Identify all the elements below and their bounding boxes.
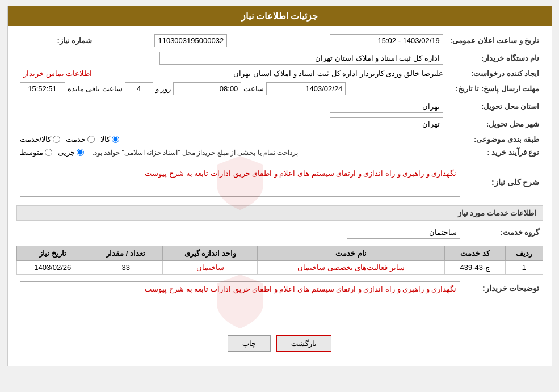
remaining-time-label: ساعت باقی مانده	[68, 85, 123, 93]
cell-name: سایر فعالیت‌های تخصصی ساختمان	[258, 261, 444, 275]
table-row: 1 ج-43-439 سایر فعالیت‌های تخصصی ساختمان…	[16, 261, 543, 275]
deadline-inline: 15:52:51 ساعت باقی مانده 4 روز و 08:00 س…	[20, 82, 443, 95]
buyer-org-label: نام دستگاه خریدار:	[447, 49, 543, 67]
purchase-type-note: پرداخت تمام یا بخشی از مبلغ خریداز محل "…	[93, 149, 299, 157]
buyer-desc-table: توضیحات خریدار:	[16, 279, 543, 322]
buyer-desc-container	[20, 281, 460, 320]
category-khidmat: خدمت	[66, 135, 95, 144]
services-table: ردیف کد خدمت نام خدمت واحد اندازه گیری ت…	[16, 246, 543, 275]
cell-quantity: 33	[89, 261, 163, 275]
cell-code: ج-43-439	[444, 261, 506, 275]
announce-date-label: تاریخ و ساعت اعلان عمومی:	[447, 32, 543, 49]
cell-date: 1403/02/26	[16, 261, 89, 275]
general-desc-section: شرح کلی نیاز:	[16, 163, 543, 201]
contact-link-cell: اطلاعات تماس خریدار	[16, 67, 96, 80]
service-group-input: ساختمان	[347, 226, 460, 239]
radio-khidmat[interactable]	[87, 136, 95, 143]
row-creator: ایجاد کننده درخواست: علیرضا خالق وردی کا…	[16, 67, 543, 80]
buyer-desc-label: توضیحات خریدار:	[464, 279, 543, 322]
content-area: تاریخ و ساعت اعلان عمومی: 1403/02/19 - 1…	[8, 26, 552, 366]
category-radio-group: کالا/خدمت خدمت کالا	[20, 135, 443, 144]
row-category: طبقه بندی موضوعی: کالا/خدمت خدمت کالا	[16, 133, 543, 146]
purchase-type-jozi: جزیی	[58, 148, 84, 157]
col-quantity: تعداد / مقدار	[89, 246, 163, 261]
general-desc-value-cell	[16, 163, 464, 201]
service-group-label: گروه خدمت:	[464, 224, 543, 241]
col-name: نام خدمت	[258, 246, 444, 261]
radio-mutavasit[interactable]	[45, 149, 52, 156]
row-city: شهر محل تحویل: تهران	[16, 115, 543, 133]
province-value: تهران	[16, 98, 447, 115]
deadline-date-input: 1403/02/24	[266, 82, 346, 95]
need-number-label: شماره نیاز:	[16, 32, 96, 49]
purchase-type-content: متوسط جزیی پرداخت تمام یا بخشی از مبلغ خ…	[16, 146, 447, 159]
purchase-type-label: نوع فرآیند خرید :	[447, 146, 543, 159]
services-table-head: ردیف کد خدمت نام خدمت واحد اندازه گیری ت…	[16, 246, 543, 261]
purchase-type-mutavasit: متوسط	[20, 148, 52, 157]
purchase-type-radio-group: متوسط جزیی	[20, 148, 84, 157]
row-need-number: تاریخ و ساعت اعلان عمومی: 1403/02/19 - 1…	[16, 32, 543, 49]
deadline-time-input: 08:00	[173, 82, 241, 95]
general-desc-table: شرح کلی نیاز:	[16, 163, 543, 201]
page-title: جزئیات اطلاعات نیاز	[241, 11, 318, 21]
page-header: جزئیات اطلاعات نیاز	[8, 6, 552, 26]
buyer-desc-value-cell	[16, 279, 464, 322]
back-button[interactable]: بازگشت	[276, 335, 331, 352]
remaining-days-label: روز و	[155, 85, 171, 93]
creator-label: ایجاد کننده درخواست:	[447, 67, 543, 80]
category-options: کالا/خدمت خدمت کالا	[16, 133, 447, 146]
deadline-time-label: ساعت	[243, 85, 264, 93]
deadline-row-content: 15:52:51 ساعت باقی مانده 4 روز و 08:00 س…	[16, 80, 447, 98]
buyer-desc-row: توضیحات خریدار:	[16, 279, 543, 322]
row-province: استان محل تحویل: تهران	[16, 98, 543, 115]
remaining-time-input: 15:52:51	[20, 82, 65, 95]
contact-link[interactable]: اطلاعات تماس خریدار	[23, 69, 92, 78]
general-desc-row: شرح کلی نیاز:	[16, 163, 543, 201]
col-code: کد خدمت	[444, 246, 506, 261]
bottom-buttons: بازگشت چاپ	[16, 327, 543, 360]
need-number-input: 1103003195000032	[154, 34, 227, 47]
services-table-body: 1 ج-43-439 سایر فعالیت‌های تخصصی ساختمان…	[16, 261, 543, 275]
info-table: تاریخ و ساعت اعلان عمومی: 1403/02/19 - 1…	[16, 32, 543, 159]
creator-value: علیرضا خالق وردی کاربردار اداره کل ثبت ا…	[96, 67, 447, 80]
purchase-type-row: متوسط جزیی پرداخت تمام یا بخشی از مبلغ خ…	[20, 148, 443, 157]
col-date: تاریخ نیاز	[16, 246, 89, 261]
city-value: تهران	[16, 115, 447, 133]
announce-date-value: 1403/02/19 - 15:02	[242, 32, 447, 49]
service-group-value: ساختمان	[16, 224, 464, 241]
need-number-value: 1103003195000032	[96, 32, 231, 49]
province-input: تهران	[330, 100, 443, 113]
category-kala-khidmat: کالا/خدمت	[20, 135, 61, 144]
cell-row-num: 1	[506, 261, 543, 275]
province-label: استان محل تحویل:	[447, 98, 543, 115]
general-desc-container	[20, 166, 460, 199]
print-button[interactable]: چاپ	[228, 335, 271, 352]
col-row-num: ردیف	[506, 246, 543, 261]
general-desc-label: شرح کلی نیاز:	[464, 163, 543, 201]
services-header-row: ردیف کد خدمت نام خدمت واحد اندازه گیری ت…	[16, 246, 543, 261]
category-kala: کالا	[100, 135, 119, 144]
page-container: جزئیات اطلاعات نیاز تاریخ و ساعت اعلان ع…	[7, 6, 552, 366]
col-unit: واحد اندازه گیری	[163, 246, 258, 261]
service-group-row: گروه خدمت: ساختمان	[16, 224, 543, 241]
row-buyer-org: نام دستگاه خریدار: اداره کل ثبت اسناد و …	[16, 49, 543, 67]
service-group-table: گروه خدمت: ساختمان	[16, 224, 543, 241]
city-label: شهر محل تحویل:	[447, 115, 543, 133]
row-purchase-type: نوع فرآیند خرید : متوسط جزیی	[16, 146, 543, 159]
remaining-days-input: 4	[125, 82, 153, 95]
buyer-org-value: اداره کل ثبت اسناد و املاک استان تهران	[16, 49, 447, 67]
category-label: طبقه بندی موضوعی:	[447, 133, 543, 146]
row-deadline: مهلت ارسال پاسخ: تا تاریخ: 15:52:51 ساعت…	[16, 80, 543, 98]
deadline-label: مهلت ارسال پاسخ: تا تاریخ:	[447, 80, 543, 98]
cell-unit: ساختمان	[163, 261, 258, 275]
buyer-desc-textarea[interactable]	[20, 281, 460, 318]
city-input: تهران	[330, 117, 443, 130]
general-desc-textarea[interactable]	[20, 166, 460, 197]
radio-jozi[interactable]	[77, 149, 84, 156]
buyer-org-input: اداره کل ثبت اسناد و املاک استان تهران	[159, 52, 443, 65]
services-section-header: اطلاعات خدمات مورد نیاز	[16, 205, 543, 221]
announce-date-input: 1403/02/19 - 15:02	[330, 34, 443, 47]
radio-kala[interactable]	[112, 136, 119, 143]
radio-kala-khidmat[interactable]	[53, 136, 60, 143]
